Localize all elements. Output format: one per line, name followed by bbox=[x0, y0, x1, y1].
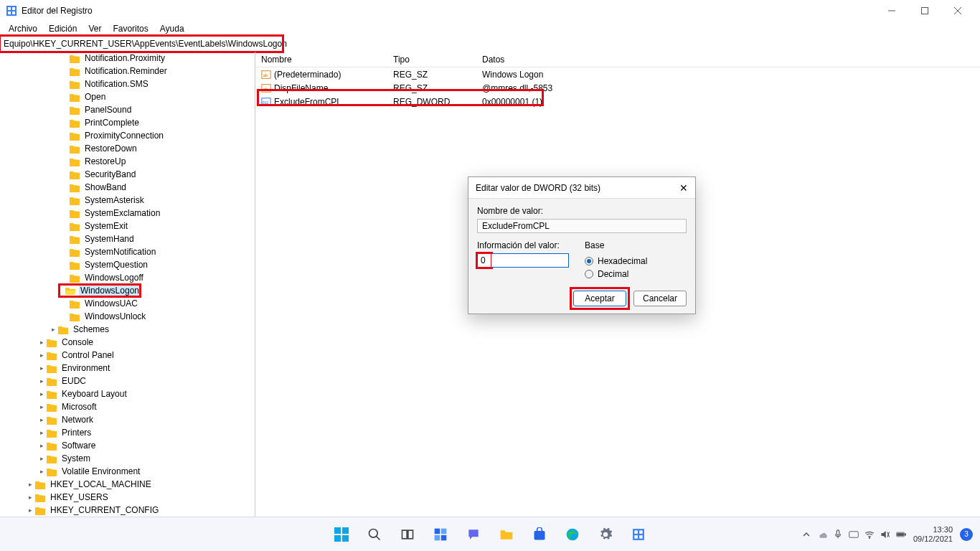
expand-chevron-icon[interactable]: ▸ bbox=[37, 442, 46, 449]
expand-chevron-icon[interactable]: ▸ bbox=[37, 429, 46, 436]
close-button[interactable] bbox=[941, 0, 974, 22]
dialog-data-input-hl[interactable] bbox=[477, 253, 491, 268]
tree-item-label: Notification.SMS bbox=[83, 79, 150, 89]
chat-icon[interactable] bbox=[459, 520, 488, 549]
tree-item[interactable]: WindowsLogon bbox=[59, 284, 141, 297]
tree-item[interactable]: Notification.Proximity bbox=[0, 52, 255, 65]
expand-chevron-icon[interactable]: ▸ bbox=[26, 507, 34, 514]
tree-item[interactable]: WindowsUnlock bbox=[0, 310, 255, 323]
tree-item-label: SystemExclamation bbox=[83, 208, 161, 218]
tree-item[interactable]: SystemExclamation bbox=[0, 207, 255, 220]
radio-hex[interactable]: Hexadecimal bbox=[585, 256, 647, 266]
tree-item[interactable]: Open bbox=[0, 90, 255, 103]
tree-item[interactable]: ▸Volatile Environment bbox=[0, 465, 255, 478]
tree-item[interactable]: SystemNotification bbox=[0, 245, 255, 258]
dialog-close-icon[interactable]: ✕ bbox=[679, 182, 688, 194]
edge-icon[interactable] bbox=[558, 520, 587, 549]
settings-icon[interactable] bbox=[591, 520, 620, 549]
tree-item[interactable]: ▸Network bbox=[0, 413, 255, 426]
notification-badge[interactable]: 3 bbox=[960, 528, 973, 541]
col-data[interactable]: Datos bbox=[482, 55, 980, 65]
taskbar[interactable]: 13:30 09/12/2021 3 bbox=[0, 517, 980, 551]
taskbar-clock[interactable]: 13:30 09/12/2021 bbox=[913, 525, 953, 544]
expand-chevron-icon[interactable]: ▸ bbox=[37, 339, 46, 346]
list-header[interactable]: Nombre Tipo Datos bbox=[255, 52, 980, 67]
tree-item[interactable]: ▸Printers bbox=[0, 426, 255, 439]
dialog-data-input[interactable] bbox=[491, 253, 569, 268]
address-bar[interactable]: Equipo\HKEY_CURRENT_USER\AppEvents\Event… bbox=[0, 36, 283, 52]
tree-item[interactable]: ▸Console bbox=[0, 336, 255, 349]
tray-chevron-icon[interactable] bbox=[801, 529, 811, 540]
start-button[interactable] bbox=[327, 520, 356, 549]
dialog-cancel-button[interactable]: Cancelar bbox=[633, 291, 687, 306]
tree-item-label: HKEY_LOCAL_MACHINE bbox=[49, 479, 153, 489]
expand-chevron-icon[interactable]: ▸ bbox=[37, 416, 46, 423]
tree-item[interactable]: RestoreDown bbox=[0, 142, 255, 155]
expand-chevron-icon[interactable]: ▸ bbox=[37, 352, 46, 359]
mic-icon[interactable] bbox=[833, 529, 843, 540]
minimize-button[interactable] bbox=[875, 0, 908, 22]
expand-chevron-icon[interactable]: ▸ bbox=[37, 403, 46, 410]
maximize-button[interactable] bbox=[908, 0, 941, 22]
tree-item[interactable]: ▸Environment bbox=[0, 362, 255, 375]
tree-item[interactable]: Notification.SMS bbox=[0, 77, 255, 90]
tree-item[interactable]: ShowBand bbox=[0, 181, 255, 194]
folder-icon bbox=[69, 157, 80, 166]
tree-item[interactable]: Notification.Reminder bbox=[0, 65, 255, 77]
tree-item[interactable]: SystemAsterisk bbox=[0, 194, 255, 207]
volume-icon[interactable] bbox=[880, 529, 890, 540]
tree-item[interactable]: SecurityBand bbox=[0, 168, 255, 181]
tree-item[interactable]: ▸Microsoft bbox=[0, 400, 255, 413]
tree-item[interactable]: WindowsUAC bbox=[0, 297, 255, 310]
expand-chevron-icon[interactable]: ▸ bbox=[37, 468, 46, 475]
expand-chevron-icon[interactable]: ▸ bbox=[49, 326, 57, 333]
tree-item[interactable]: PrintComplete bbox=[0, 116, 255, 129]
tree-item[interactable]: RestoreUp bbox=[0, 155, 255, 168]
store-icon[interactable] bbox=[525, 520, 554, 549]
tree-item[interactable]: SystemHand bbox=[0, 232, 255, 245]
expand-chevron-icon[interactable]: ▸ bbox=[37, 377, 46, 385]
tree-item[interactable]: ▸Schemes bbox=[0, 323, 255, 336]
tree-item[interactable]: ▸Control Panel bbox=[0, 349, 255, 362]
explorer-icon[interactable] bbox=[492, 520, 521, 549]
expand-chevron-icon[interactable]: ▸ bbox=[37, 390, 46, 397]
menu-view[interactable]: Ver bbox=[84, 24, 105, 34]
tree-item[interactable]: ▸System bbox=[0, 452, 255, 465]
battery-icon[interactable] bbox=[896, 529, 906, 540]
tree-item[interactable]: ▸EUDC bbox=[0, 375, 255, 387]
language-icon[interactable] bbox=[849, 529, 859, 540]
tree-item[interactable]: ▸Keyboard Layout bbox=[0, 387, 255, 400]
tree-item[interactable]: ▸Software bbox=[0, 439, 255, 452]
dialog-ok-button[interactable]: Aceptar bbox=[573, 291, 626, 306]
regedit-taskbar-icon[interactable] bbox=[624, 520, 653, 549]
menu-favorites[interactable]: Favoritos bbox=[108, 24, 152, 34]
tree-item[interactable]: WindowsLogoff bbox=[0, 271, 255, 284]
menu-edit[interactable]: Edición bbox=[44, 24, 81, 34]
tree-item[interactable]: ▸HKEY_LOCAL_MACHINE bbox=[0, 478, 255, 491]
tree-item[interactable]: PanelSound bbox=[0, 103, 255, 116]
expand-chevron-icon[interactable]: ▸ bbox=[26, 494, 34, 501]
expand-chevron-icon[interactable]: ▸ bbox=[37, 455, 46, 462]
radio-dec[interactable]: Decimal bbox=[585, 269, 647, 279]
tree-item[interactable]: ▸HKEY_CURRENT_CONFIG bbox=[0, 504, 255, 517]
expand-chevron-icon[interactable]: ▸ bbox=[37, 364, 46, 372]
list-row[interactable]: ab(Predeterminado)REG_SZWindows Logon bbox=[255, 67, 980, 81]
expand-chevron-icon[interactable]: ▸ bbox=[26, 481, 34, 488]
menu-file[interactable]: Archivo bbox=[4, 24, 42, 34]
widgets-icon[interactable] bbox=[426, 520, 455, 549]
taskview-icon[interactable] bbox=[393, 520, 422, 549]
svg-rect-2 bbox=[12, 7, 15, 10]
onedrive-icon[interactable] bbox=[817, 529, 827, 540]
tree-item[interactable]: ▸HKEY_USERS bbox=[0, 491, 255, 504]
tree-item[interactable]: SystemExit bbox=[0, 220, 255, 232]
tree-pane[interactable]: Notification.ProximityNotification.Remin… bbox=[0, 52, 255, 517]
tree-item[interactable]: ProximityConnection bbox=[0, 129, 255, 142]
menu-help[interactable]: Ayuda bbox=[156, 24, 189, 34]
menubar: Archivo Edición Ver Favoritos Ayuda bbox=[0, 22, 980, 36]
search-icon[interactable] bbox=[360, 520, 389, 549]
tree-item[interactable]: SystemQuestion bbox=[0, 258, 255, 271]
col-type[interactable]: Tipo bbox=[393, 55, 482, 65]
wifi-icon[interactable] bbox=[864, 529, 875, 540]
list-pane[interactable]: Nombre Tipo Datos ab(Predeterminado)REG_… bbox=[255, 52, 980, 517]
col-name[interactable]: Nombre bbox=[261, 55, 393, 65]
